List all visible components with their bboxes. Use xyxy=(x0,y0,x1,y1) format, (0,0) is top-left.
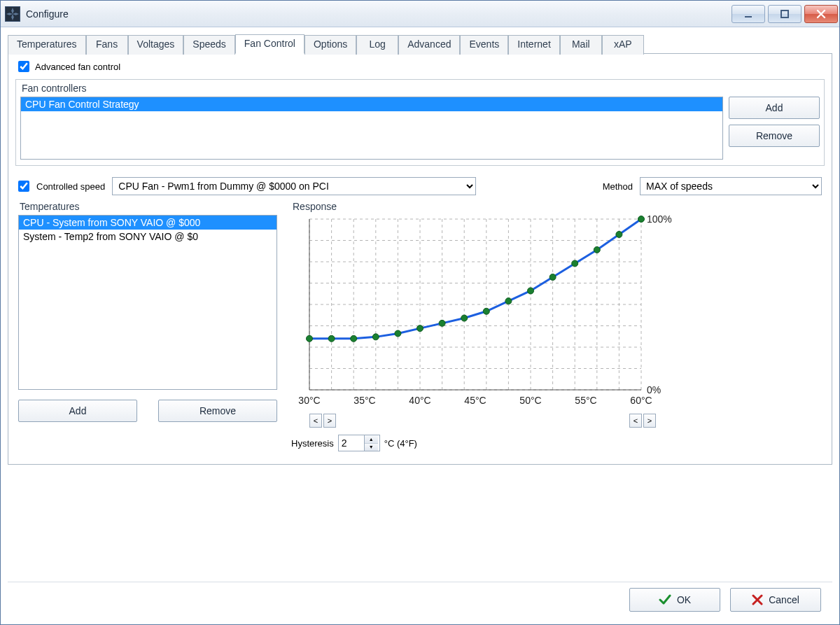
advanced-fan-control-label: Advanced fan control xyxy=(35,62,120,72)
tab-mail[interactable]: Mail xyxy=(560,35,602,55)
x-icon xyxy=(752,594,763,605)
tab-voltages[interactable]: Voltages xyxy=(128,35,184,55)
svg-rect-4 xyxy=(745,16,752,17)
temperature-item[interactable]: System - Temp2 from SONY VAIO @ $0 xyxy=(19,230,276,244)
tab-advanced[interactable]: Advanced xyxy=(398,35,460,55)
hysteresis-label: Hysteresis xyxy=(291,438,334,449)
x-min-right-button[interactable]: > xyxy=(323,414,336,428)
tab-events[interactable]: Events xyxy=(460,35,508,55)
fan-controller-item[interactable]: CPU Fan Control Strategy xyxy=(21,97,722,111)
svg-point-36 xyxy=(372,334,379,340)
svg-text:50°C: 50°C xyxy=(519,395,541,406)
response-title: Response xyxy=(291,201,822,215)
advanced-fan-control-checkbox[interactable] xyxy=(18,61,29,72)
controlled-speed-label: Controlled speed xyxy=(36,181,105,192)
tab-log[interactable]: Log xyxy=(356,35,398,55)
svg-text:40°C: 40°C xyxy=(409,395,430,406)
x-max-right-button[interactable]: > xyxy=(643,414,656,428)
hysteresis-down-button[interactable]: ▼ xyxy=(365,444,378,451)
hysteresis-input[interactable] xyxy=(339,435,364,451)
dialog-buttons: OK Cancel xyxy=(8,582,832,620)
temperatures-list[interactable]: CPU - System from SONY VAIO @ $000System… xyxy=(18,215,277,390)
svg-point-39 xyxy=(439,320,445,326)
svg-point-40 xyxy=(461,315,468,321)
close-button[interactable] xyxy=(804,5,838,23)
method-label: Method xyxy=(603,181,633,192)
tab-temperatures[interactable]: Temperatures xyxy=(8,35,86,55)
svg-text:100%: 100% xyxy=(647,215,672,225)
svg-text:0%: 0% xyxy=(647,384,661,395)
hysteresis-up-button[interactable]: ▲ xyxy=(365,435,378,444)
svg-point-34 xyxy=(328,335,335,342)
temperature-item[interactable]: CPU - System from SONY VAIO @ $000 xyxy=(19,216,276,230)
method-select[interactable]: MAX of speeds xyxy=(640,177,822,195)
svg-text:45°C: 45°C xyxy=(464,395,486,406)
app-icon xyxy=(5,6,20,22)
svg-text:30°C: 30°C xyxy=(298,395,320,406)
window-controls xyxy=(732,5,839,23)
response-chart[interactable]: 30°C35°C40°C45°C50°C55°C60°C100%0% < > <… xyxy=(291,215,683,428)
window-title: Configure xyxy=(26,8,69,20)
svg-text:55°C: 55°C xyxy=(575,395,596,406)
svg-point-33 xyxy=(307,335,313,342)
hysteresis-spinner[interactable]: ▲ ▼ xyxy=(338,435,380,451)
svg-text:35°C: 35°C xyxy=(354,395,375,406)
tab-options[interactable]: Options xyxy=(304,35,356,55)
maximize-button[interactable] xyxy=(768,5,802,23)
title-bar: Configure xyxy=(1,1,839,27)
svg-point-41 xyxy=(483,308,489,314)
fan-controllers-add-button[interactable]: Add xyxy=(729,97,820,119)
fan-controllers-list[interactable]: CPU Fan Control Strategy xyxy=(20,97,723,160)
svg-point-44 xyxy=(550,274,556,280)
tabs-row: TemperaturesFansVoltagesSpeedsFan Contro… xyxy=(8,34,832,54)
configure-window: Configure TemperaturesFansVoltagesSpeeds… xyxy=(0,0,840,625)
tab-xap[interactable]: xAP xyxy=(602,35,644,55)
tab-internet[interactable]: Internet xyxy=(508,35,559,55)
fan-controllers-group: Fan controllers CPU Fan Control Strategy… xyxy=(15,79,825,166)
check-icon xyxy=(659,594,671,606)
svg-marker-3 xyxy=(13,13,19,15)
minimize-button[interactable] xyxy=(732,5,765,23)
fan-controllers-title: Fan controllers xyxy=(20,83,820,97)
temperatures-title: Temperatures xyxy=(18,201,277,215)
cancel-button[interactable]: Cancel xyxy=(730,588,821,612)
content: TemperaturesFansVoltagesSpeedsFan Contro… xyxy=(1,27,839,624)
svg-point-35 xyxy=(351,335,357,342)
ok-button[interactable]: OK xyxy=(629,588,720,612)
hysteresis-suffix: °C (4°F) xyxy=(384,438,417,449)
tab-fans[interactable]: Fans xyxy=(86,35,128,55)
temperatures-add-button[interactable]: Add xyxy=(18,400,137,422)
svg-point-47 xyxy=(616,231,622,237)
tab-panel: Advanced fan control Fan controllers CPU… xyxy=(8,53,832,465)
temperatures-remove-button[interactable]: Remove xyxy=(158,400,277,422)
svg-point-48 xyxy=(638,216,645,223)
svg-marker-1 xyxy=(11,14,14,20)
svg-marker-2 xyxy=(6,13,13,15)
x-max-left-button[interactable]: < xyxy=(629,414,642,428)
svg-point-43 xyxy=(528,288,534,294)
svg-point-42 xyxy=(505,298,512,304)
controlled-speed-checkbox[interactable] xyxy=(18,181,29,192)
svg-rect-5 xyxy=(781,10,788,17)
tab-speeds[interactable]: Speeds xyxy=(183,35,234,55)
svg-marker-0 xyxy=(11,7,14,13)
svg-point-46 xyxy=(594,246,600,253)
controlled-speed-select[interactable]: CPU Fan - Pwm1 from Dummy @ $0000 on PCI xyxy=(112,177,476,195)
x-min-left-button[interactable]: < xyxy=(309,414,322,428)
tab-fan-control[interactable]: Fan Control xyxy=(235,34,304,54)
fan-controllers-remove-button[interactable]: Remove xyxy=(729,125,820,147)
svg-point-45 xyxy=(572,260,578,267)
svg-point-38 xyxy=(417,325,424,332)
svg-point-37 xyxy=(395,330,401,337)
svg-text:60°C: 60°C xyxy=(630,395,652,406)
